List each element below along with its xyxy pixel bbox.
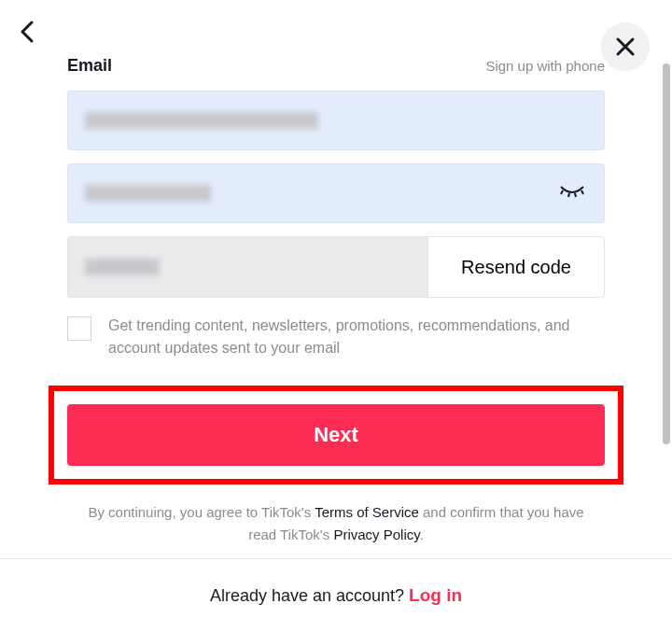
- privacy-policy-link[interactable]: Privacy Policy: [333, 527, 419, 542]
- close-icon: [615, 36, 636, 57]
- eye-closed-icon: [559, 185, 585, 198]
- terms-of-service-link[interactable]: Terms of Service: [315, 504, 419, 520]
- scrollbar[interactable]: [663, 63, 670, 444]
- svg-line-0: [561, 190, 563, 194]
- signup-form: Email Sign up with phone Resend code Get…: [0, 0, 672, 546]
- footer: Already have an account? Log in: [0, 558, 672, 632]
- password-value-redacted: [85, 185, 211, 202]
- email-value-redacted: [85, 112, 318, 129]
- back-button[interactable]: [19, 19, 41, 41]
- next-button[interactable]: Next: [67, 404, 605, 466]
- chevron-left-icon: [19, 19, 37, 45]
- terms-text: By continuing, you agree to TikTok's Ter…: [67, 501, 605, 546]
- consent-label: Get trending content, newsletters, promo…: [108, 315, 605, 359]
- footer-text: Already have an account?: [210, 586, 409, 605]
- svg-line-1: [568, 193, 569, 197]
- login-link[interactable]: Log in: [409, 585, 462, 605]
- code-row: Resend code: [67, 236, 605, 298]
- email-label: Email: [67, 56, 112, 76]
- toggle-password-visibility[interactable]: [559, 185, 585, 202]
- signup-phone-link[interactable]: Sign up with phone: [485, 58, 605, 74]
- close-button[interactable]: [601, 22, 650, 71]
- verification-code-field[interactable]: [67, 236, 427, 298]
- email-field[interactable]: [67, 91, 605, 150]
- password-field[interactable]: [67, 163, 605, 223]
- highlight-box: Next: [49, 386, 623, 485]
- svg-line-2: [575, 193, 576, 197]
- form-header: Email Sign up with phone: [67, 56, 605, 76]
- terms-suffix: .: [420, 527, 424, 542]
- consent-row: Get trending content, newsletters, promo…: [67, 315, 605, 359]
- svg-line-3: [581, 190, 583, 194]
- terms-prefix: By continuing, you agree to TikTok's: [88, 504, 315, 520]
- consent-checkbox[interactable]: [67, 316, 91, 341]
- resend-code-button[interactable]: Resend code: [427, 236, 605, 298]
- code-value-redacted: [85, 259, 160, 275]
